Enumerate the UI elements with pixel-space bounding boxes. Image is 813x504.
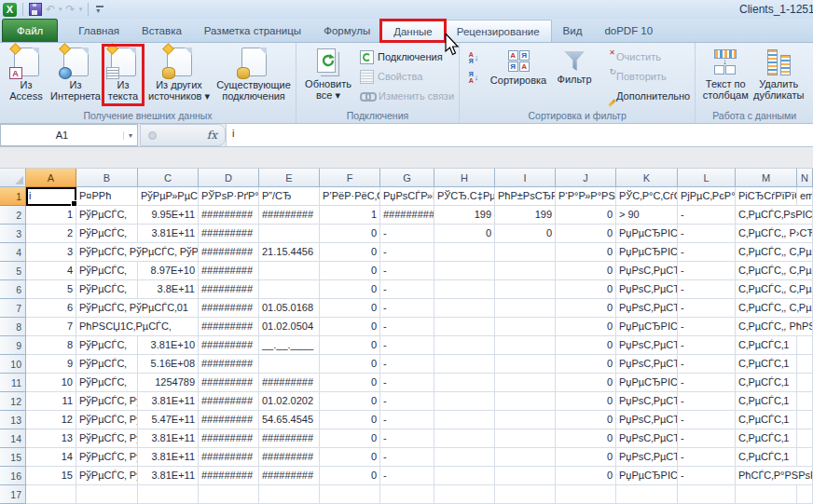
column-header-E[interactable]: E: [259, 169, 320, 187]
cell-B3[interactable]: РўРµСЃС‚: [76, 225, 138, 243]
cell-B5[interactable]: РўРµСЃС‚: [76, 262, 138, 280]
cell-B11[interactable]: РўРµСЃС‚: [76, 374, 138, 392]
cell-H14[interactable]: [434, 429, 495, 448]
cell-J4[interactable]: 0: [556, 243, 616, 262]
name-box-dropdown-icon[interactable]: ▾: [123, 131, 137, 140]
cell-G6[interactable]: -: [380, 280, 434, 299]
cell-H12[interactable]: [434, 392, 495, 411]
cell-A10[interactable]: 9: [26, 355, 76, 374]
cell-K13[interactable]: РџРѕС‚РµСЂСЏРЅРЅС‹Р№: [616, 411, 678, 429]
row-header-1[interactable]: 1: [0, 187, 26, 206]
cell-D9[interactable]: #########: [199, 336, 259, 355]
cell-I7[interactable]: [495, 299, 556, 318]
cell-H7[interactable]: [434, 299, 495, 318]
tab-data[interactable]: Данные: [381, 20, 445, 42]
cell-M1[interactable]: РіСЂСѓРїРїС‹: [736, 187, 797, 206]
cell-N15[interactable]: [797, 448, 813, 467]
cell-H4[interactable]: [434, 243, 495, 262]
text-to-columns-button[interactable]: ↓ Текст по столбцам: [698, 46, 752, 105]
cell-G4[interactable]: -: [380, 243, 434, 262]
cell-B7[interactable]: РўРµСЃС‚ РўРµСЃС‚01: [76, 299, 199, 318]
cell-D14[interactable]: #########: [199, 429, 259, 448]
row-header-4[interactable]: 4: [0, 243, 26, 262]
cell-F17[interactable]: [320, 485, 380, 504]
customize-quick-access-icon[interactable]: [94, 4, 105, 15]
cell-A4[interactable]: 3: [26, 243, 76, 262]
tab-home[interactable]: Главная: [67, 20, 131, 42]
cell-H13[interactable]: [434, 411, 495, 429]
cell-G14[interactable]: -: [380, 429, 434, 448]
cell-D13[interactable]: #########: [199, 411, 259, 429]
cell-F1[interactable]: Р’РёР·РёС‚С‹: [320, 187, 380, 206]
cell-D4[interactable]: #########: [199, 243, 259, 262]
cell-B4[interactable]: РўРµСЃС‚ РўРµСЃС‚ РўРµСЃС‚: [76, 243, 199, 262]
cell-A13[interactable]: 12: [26, 411, 76, 429]
cell-G3[interactable]: -: [380, 225, 434, 243]
redo-icon[interactable]: ↷: [66, 4, 76, 15]
cell-B12[interactable]: РўРµСЃС‚ РўРµСЃС‚: [76, 392, 138, 411]
cell-C13[interactable]: 5.47E+11: [138, 411, 199, 429]
cell-N1[interactable]: email: [797, 187, 813, 206]
cell-M6[interactable]: С‚РµСЃС‚, С‚РµСЃС‚: [736, 280, 813, 299]
cell-I1[interactable]: РћР±РѕСЂРѕС‚: [495, 187, 556, 206]
cell-H3[interactable]: 0: [434, 225, 495, 243]
cell-G2[interactable]: #########: [380, 206, 434, 225]
cell-L11[interactable]: -: [678, 374, 736, 392]
row-header-10[interactable]: 10: [0, 355, 26, 374]
drag-handle-icon[interactable]: [148, 131, 157, 140]
row-header-15[interactable]: 15: [0, 448, 26, 467]
column-header-B[interactable]: B: [76, 169, 138, 187]
cell-A17[interactable]: [26, 485, 76, 504]
column-header-G[interactable]: G: [380, 169, 434, 187]
insert-function-icon[interactable]: fx: [207, 129, 217, 142]
cell-E5[interactable]: [259, 262, 320, 280]
cell-E8[interactable]: 01.02.0504: [259, 318, 320, 336]
cell-G16[interactable]: -: [380, 467, 434, 485]
cell-F7[interactable]: 0: [320, 299, 380, 318]
cell-N17[interactable]: [797, 485, 813, 504]
from-access-button[interactable]: A Из Access: [3, 46, 49, 105]
cell-E6[interactable]: [259, 280, 320, 299]
cell-J5[interactable]: 0: [556, 262, 616, 280]
cell-K6[interactable]: РџРѕС‚РµСЂСЏРЅРЅС‹Р№: [616, 280, 678, 299]
cell-J17[interactable]: [556, 485, 616, 504]
cell-E12[interactable]: 01.02.0202: [259, 392, 320, 411]
cell-I13[interactable]: [495, 411, 556, 429]
cell-J12[interactable]: 0: [556, 392, 616, 411]
cell-C2[interactable]: 9.95E+11: [138, 206, 199, 225]
select-all-corner[interactable]: [0, 169, 26, 187]
tab-page-layout[interactable]: Разметка страницы: [193, 20, 312, 42]
cell-K11[interactable]: РџРµСЂРІС‹Р№: [616, 374, 678, 392]
cell-M11[interactable]: С‚РµСЃС‚1: [736, 374, 797, 392]
cell-C11[interactable]: 1254789: [138, 374, 199, 392]
cell-H6[interactable]: [434, 280, 495, 299]
cell-K15[interactable]: РџРѕС‚РµСЂСЏРЅРЅС‹Р№: [616, 448, 678, 467]
cell-C12[interactable]: 3.81E+11: [138, 392, 199, 411]
cell-I5[interactable]: [495, 262, 556, 280]
cell-K9[interactable]: РџРѕС‚РµСЂСЏРЅРЅС‹Р№: [616, 336, 678, 355]
cell-H17[interactable]: [434, 485, 495, 504]
cell-F14[interactable]: 0: [320, 429, 380, 448]
cell-A16[interactable]: 15: [26, 467, 76, 485]
cell-K4[interactable]: РџРµСЂРІС‹Р№: [616, 243, 678, 262]
tab-view[interactable]: Вид: [552, 20, 594, 42]
tab-file[interactable]: Файл: [2, 19, 58, 42]
cell-B1[interactable]: Р¤РРћ: [76, 187, 138, 206]
tab-review[interactable]: Рецензирование: [445, 20, 552, 42]
column-header-K[interactable]: K: [616, 169, 678, 187]
cell-L12[interactable]: -: [678, 392, 736, 411]
cell-A8[interactable]: 7: [26, 318, 76, 336]
cell-E3[interactable]: [259, 225, 320, 243]
cell-K7[interactable]: РџРѕС‚РµСЂСЏРЅРЅС‹Р№: [616, 299, 678, 318]
cell-B14[interactable]: РўРµСЃС‚ РўРµСЃС‚: [76, 429, 138, 448]
cell-J3[interactable]: 0: [556, 225, 616, 243]
cell-L17[interactable]: [678, 485, 736, 504]
cell-G13[interactable]: -: [380, 411, 434, 429]
cell-C1[interactable]: РўРµР»РµС„РѕРЅ: [138, 187, 199, 206]
cell-H11[interactable]: [434, 374, 495, 392]
cell-E9[interactable]: __.__.____: [259, 336, 320, 355]
cell-D8[interactable]: #########: [199, 318, 259, 336]
cell-D15[interactable]: #########: [199, 448, 259, 467]
cell-L5[interactable]: -: [678, 262, 736, 280]
cell-I17[interactable]: [495, 485, 556, 504]
